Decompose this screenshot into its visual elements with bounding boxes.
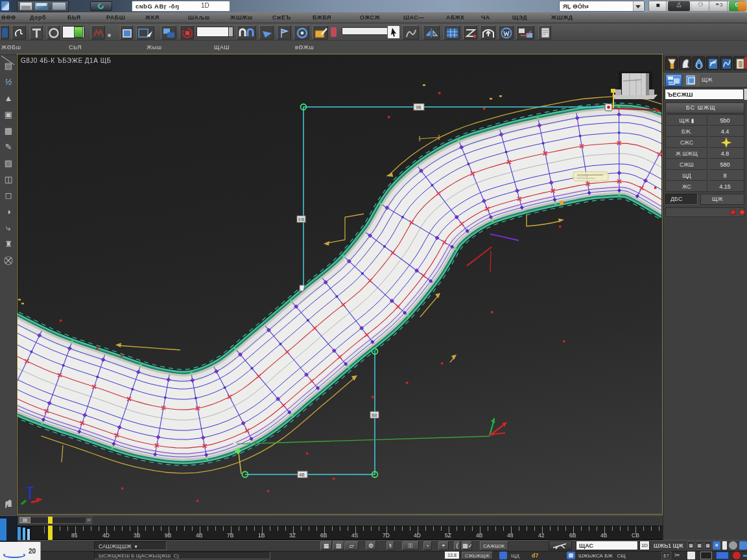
- svg-text:EB: EB: [298, 217, 305, 222]
- svg-text:9B: 9B: [416, 105, 421, 110]
- svg-text:B8: B8: [372, 413, 377, 417]
- svg-text:4B: 4B: [299, 472, 305, 477]
